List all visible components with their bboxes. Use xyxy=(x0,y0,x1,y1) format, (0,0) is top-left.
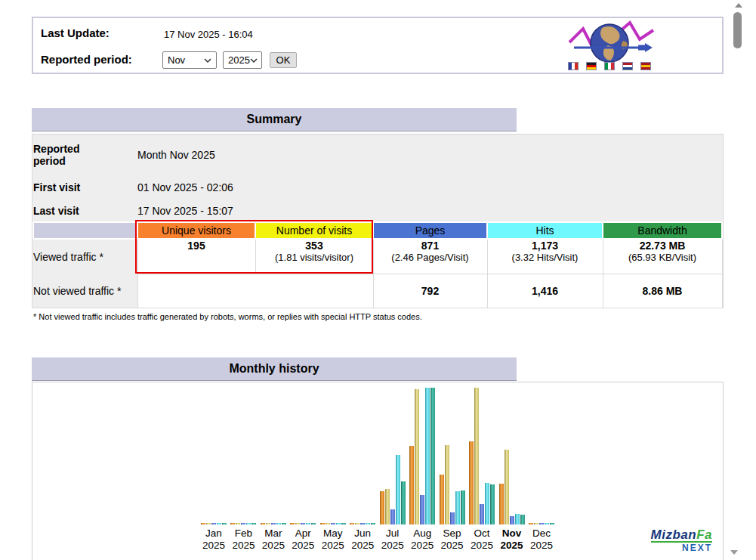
bar-pages xyxy=(241,523,245,524)
bar-number-of-visits xyxy=(206,523,211,524)
bar-group-apr xyxy=(290,523,316,524)
scrollbar-up-arrow-icon[interactable] xyxy=(735,3,742,8)
bar-group-mar xyxy=(261,523,286,524)
bar-hits xyxy=(276,523,281,524)
bar-hits xyxy=(515,514,520,524)
bar-unique-visitors xyxy=(409,446,414,524)
bar-pages xyxy=(301,523,305,524)
column-header-unique-visitors: Unique visitors xyxy=(137,222,255,239)
viewed-bandwidth-cell: 22.73 MB(65.93 KB/Visit) xyxy=(603,239,722,274)
monthly-history-section-title: Monthly history xyxy=(32,357,517,381)
column-header-number-of-visits: Number of visits xyxy=(255,222,373,239)
table-row: Viewed traffic * 195 353(1.81 visits/vis… xyxy=(33,239,722,274)
viewed-pages-cell: 871(2.46 Pages/Visit) xyxy=(373,239,487,274)
not-viewed-pages-cell: 792 xyxy=(373,274,487,308)
bar-unique-visitors xyxy=(290,523,295,524)
bar-number-of-visits xyxy=(266,523,270,524)
bar-bandwidth xyxy=(341,523,346,524)
bar-group-may xyxy=(320,523,346,524)
language-flags xyxy=(568,62,651,70)
month-select-value: Nov xyxy=(168,54,185,66)
mizbanfa-logo[interactable]: MizbanFa NEXT xyxy=(651,529,712,554)
flag-spain-icon[interactable] xyxy=(640,62,651,70)
month-label-dec: Dec2025 xyxy=(517,528,566,552)
last-visit-row-value: 17 Nov 2025 - 15:07 xyxy=(137,200,722,222)
reported-period-row-label: Reported period xyxy=(33,135,137,175)
report-header-box: Last Update: 17 Nov 2025 - 16:04 Reporte… xyxy=(32,17,724,74)
year-select-value: 2025 xyxy=(228,54,250,66)
bar-number-of-visits xyxy=(295,523,300,524)
year-select[interactable]: 2025 xyxy=(223,51,262,69)
summary-table: Reported period Month Nov 2025 First vis… xyxy=(32,135,723,308)
bar-hits xyxy=(425,388,430,524)
bar-bandwidth xyxy=(282,523,286,524)
month-select[interactable]: Nov xyxy=(162,51,217,69)
first-visit-row-value: 01 Nov 2025 - 02:06 xyxy=(137,175,722,200)
summary-panel: Reported period Month Nov 2025 First vis… xyxy=(32,134,724,308)
ok-button[interactable]: OK xyxy=(270,52,297,68)
bar-group-jun xyxy=(350,523,375,524)
bar-group-jul xyxy=(380,455,406,524)
bar-unique-visitors xyxy=(201,523,205,524)
awstats-page: Last Update: 17 Nov 2025 - 16:04 Reporte… xyxy=(0,0,756,560)
bar-group-dec xyxy=(529,523,554,524)
bar-bandwidth xyxy=(251,523,256,524)
bar-pages xyxy=(331,523,335,524)
bar-bandwidth xyxy=(550,523,554,524)
reported-period-label: Reported period: xyxy=(41,53,132,66)
bar-pages xyxy=(480,504,484,524)
bar-hits xyxy=(396,455,400,524)
flag-italy-icon[interactable] xyxy=(604,62,615,70)
bar-unique-visitors xyxy=(380,491,384,524)
table-corner-cell xyxy=(33,222,137,239)
bar-number-of-visits xyxy=(474,388,479,524)
bar-bandwidth xyxy=(371,523,375,524)
last-update-value: 17 Nov 2025 - 16:04 xyxy=(164,29,253,40)
bar-bandwidth xyxy=(430,388,435,524)
first-visit-row-label: First visit xyxy=(33,175,137,200)
bar-pages xyxy=(211,523,216,524)
bar-unique-visitors xyxy=(529,523,533,524)
bar-group-sep xyxy=(440,445,465,524)
bar-number-of-visits xyxy=(236,523,240,524)
bar-pages xyxy=(510,516,514,524)
bar-group-feb xyxy=(230,523,256,524)
bar-pages xyxy=(390,509,395,524)
bar-unique-visitors xyxy=(499,484,504,524)
bar-number-of-visits xyxy=(505,450,509,524)
not-viewed-footnote: * Not viewed traffic includes traffic ge… xyxy=(33,312,422,321)
bar-group-nov xyxy=(499,450,525,524)
bar-unique-visitors xyxy=(469,441,474,524)
bar-pages xyxy=(420,495,424,524)
flag-netherlands-icon[interactable] xyxy=(622,62,633,70)
bar-group-jan xyxy=(201,523,227,524)
scrollbar-thumb[interactable] xyxy=(733,12,742,48)
column-header-hits: Hits xyxy=(487,222,603,239)
bar-number-of-visits xyxy=(355,523,359,524)
bar-pages xyxy=(360,523,365,524)
bar-number-of-visits xyxy=(415,389,419,524)
mizbanfa-logo-text: Mizban xyxy=(651,528,697,542)
not-viewed-empty-cell xyxy=(137,274,373,308)
viewed-hits-cell: 1,173(3.32 Hits/Visit) xyxy=(487,239,603,274)
bar-hits xyxy=(545,523,549,524)
bar-hits xyxy=(306,523,310,524)
flag-france-icon[interactable] xyxy=(568,62,579,70)
flag-germany-icon[interactable] xyxy=(586,62,597,70)
bar-unique-visitors xyxy=(230,523,235,524)
scrollbar-down-arrow-icon[interactable] xyxy=(730,550,738,555)
bar-unique-visitors xyxy=(350,523,354,524)
monthly-history-chart: Jan2025Feb2025Mar2025Apr2025May2025Jun20… xyxy=(32,382,724,560)
bar-hits xyxy=(366,523,370,524)
bar-hits xyxy=(246,523,251,524)
bar-hits xyxy=(455,491,460,524)
table-row: Not viewed traffic * 792 1,416 8.86 MB xyxy=(33,274,722,308)
column-header-bandwidth: Bandwidth xyxy=(603,222,722,239)
bar-group-oct xyxy=(469,388,495,524)
bar-hits xyxy=(217,523,221,524)
bar-bandwidth xyxy=(461,490,465,524)
bar-bandwidth xyxy=(490,484,495,524)
bar-pages xyxy=(539,523,544,524)
bar-unique-visitors xyxy=(320,523,325,524)
bar-unique-visitors xyxy=(261,523,265,524)
